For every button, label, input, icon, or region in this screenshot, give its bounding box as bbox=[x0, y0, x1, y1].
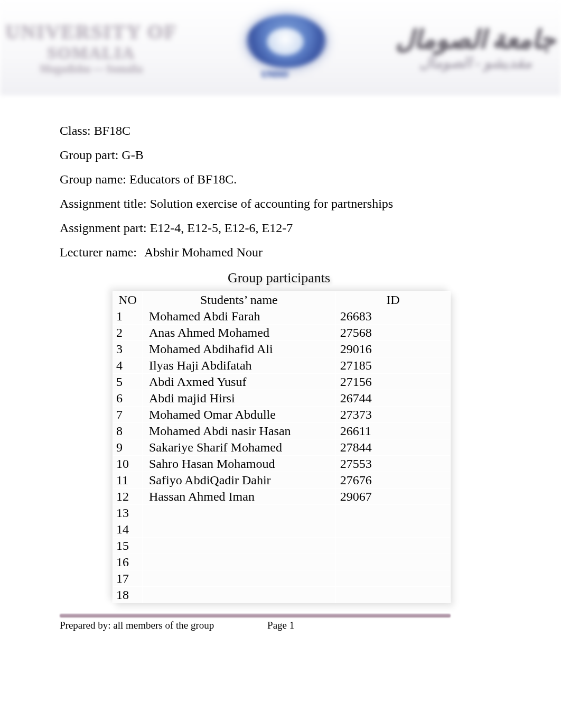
cell-no: 15 bbox=[113, 538, 143, 554]
cell-student-id bbox=[335, 538, 450, 554]
assignment-part-line: Assignment part: E12-4, E12-5, E12-6, E1… bbox=[60, 222, 503, 234]
cell-student-id bbox=[335, 570, 450, 587]
cell-student-id: 29016 bbox=[335, 341, 450, 357]
table-row: 16 bbox=[113, 554, 451, 570]
logo-center-icon bbox=[267, 28, 304, 56]
cell-student-name bbox=[142, 587, 335, 603]
cell-student-name: Hassan Ahmed Iman bbox=[142, 489, 335, 505]
table-row: 17 bbox=[113, 570, 451, 587]
table-row: 15 bbox=[113, 538, 451, 554]
cell-no: 6 bbox=[113, 390, 143, 407]
cell-student-name bbox=[142, 570, 335, 587]
assignment-title-label: Assignment title: bbox=[60, 197, 150, 210]
cell-student-name: Safiyo AbdiQadir Dahir bbox=[142, 472, 335, 489]
table-row: 3Mohamed Abdihafid Ali29016 bbox=[113, 341, 451, 357]
cell-no: 4 bbox=[113, 357, 143, 374]
table-row: 13 bbox=[113, 505, 451, 521]
cell-student-name bbox=[142, 505, 335, 521]
header-en-line2: SOMALIA bbox=[47, 43, 135, 63]
group-name-line: Group name: Educators of BF18C. bbox=[60, 173, 503, 186]
cell-student-name: Mohamed Abdi nasir Hasan bbox=[142, 423, 335, 439]
cell-student-name: Mohamed Abdi Farah bbox=[142, 308, 335, 325]
university-name-ar: جامعة الصومال مقديشو - الصومال bbox=[396, 24, 556, 71]
university-logo: UNISO bbox=[240, 12, 333, 84]
table-row: 10Sahro Hasan Mohamoud27553 bbox=[113, 456, 451, 472]
class-label: Class: bbox=[60, 124, 94, 137]
logo-tag: UNISO bbox=[261, 70, 288, 79]
group-name-label: Group name: bbox=[60, 172, 129, 186]
cell-no: 12 bbox=[113, 489, 143, 505]
cell-student-id bbox=[335, 587, 450, 603]
cell-no: 18 bbox=[113, 587, 143, 603]
table-row: 14 bbox=[113, 521, 451, 538]
page-label: Page bbox=[267, 620, 289, 631]
group-name-value: Educators of BF18C. bbox=[129, 172, 237, 186]
table-row: 8Mohamed Abdi nasir Hasan26611 bbox=[113, 423, 451, 439]
cell-student-id: 27373 bbox=[335, 407, 450, 423]
table-row: 9Sakariye Sharif Mohamed27844 bbox=[113, 439, 451, 456]
cell-student-id bbox=[335, 505, 450, 521]
cell-student-name: Anas Ahmed Mohamed bbox=[142, 325, 335, 341]
cell-student-name: Abdi Axmed Yusuf bbox=[142, 374, 335, 390]
cell-no: 8 bbox=[113, 423, 143, 439]
cell-student-name: Sakariye Sharif Mohamed bbox=[142, 439, 335, 456]
cell-student-name: Ilyas Haji Abdifatah bbox=[142, 357, 335, 374]
table-header-row: NO Students’ name ID bbox=[113, 292, 451, 308]
cell-no: 9 bbox=[113, 439, 143, 456]
cell-student-name: Mohamed Abdihafid Ali bbox=[142, 341, 335, 357]
cell-student-name: Abdi majid Hirsi bbox=[142, 390, 335, 407]
header-en-line3: Mogadishu — Somalia bbox=[40, 63, 143, 75]
cell-no: 13 bbox=[113, 505, 143, 521]
prepared-by-value: all members of the group bbox=[113, 620, 214, 631]
table-row: 18 bbox=[113, 587, 451, 603]
assignment-title-line: Assignment title: Solution exercise of a… bbox=[60, 197, 503, 210]
section-title-group-participants: Group participants bbox=[228, 270, 330, 286]
lecturer-line: Lecturer name: Abshir Mohamed Nour bbox=[60, 246, 503, 259]
cell-no: 3 bbox=[113, 341, 143, 357]
class-value: BF18C bbox=[94, 124, 130, 137]
cell-student-id: 26744 bbox=[335, 390, 450, 407]
cell-student-id: 29067 bbox=[335, 489, 450, 505]
footer-separator bbox=[60, 614, 451, 618]
cell-no: 14 bbox=[113, 521, 143, 538]
page-number: 1 bbox=[289, 620, 295, 631]
cell-no: 1 bbox=[113, 308, 143, 325]
col-header-name: Students’ name bbox=[142, 292, 335, 308]
group-part-value: G-B bbox=[121, 148, 143, 162]
table-row: 7Mohamed Omar Abdulle27373 bbox=[113, 407, 451, 423]
cell-student-id: 27156 bbox=[335, 374, 450, 390]
header-ar-line2: مقديشو - الصومال bbox=[419, 54, 532, 71]
cell-student-name bbox=[142, 521, 335, 538]
col-header-no: NO bbox=[113, 292, 143, 308]
assignment-part-value: E12-4, E12-5, E12-6, E12-7 bbox=[150, 221, 293, 235]
table-row: 11Safiyo AbdiQadir Dahir27676 bbox=[113, 472, 451, 489]
header-en-line1: UNIVERSITY OF bbox=[5, 20, 177, 43]
cell-student-id: 27844 bbox=[335, 439, 450, 456]
prepared-by-label: Prepared by: bbox=[60, 620, 113, 631]
lecturer-label: Lecturer name: bbox=[60, 245, 137, 259]
assignment-part-label: Assignment part: bbox=[60, 221, 150, 235]
table-row: 4Ilyas Haji Abdifatah27185 bbox=[113, 357, 451, 374]
university-name-en: UNIVERSITY OF SOMALIA Mogadishu — Somali… bbox=[5, 20, 177, 75]
cell-student-name bbox=[142, 554, 335, 570]
col-header-id: ID bbox=[335, 292, 450, 308]
cell-student-id: 27553 bbox=[335, 456, 450, 472]
cell-no: 5 bbox=[113, 374, 143, 390]
table-row: 5Abdi Axmed Yusuf27156 bbox=[113, 374, 451, 390]
participants-table-wrap: NO Students’ name ID 1Mohamed Abdi Farah… bbox=[113, 291, 451, 603]
cell-student-id bbox=[335, 521, 450, 538]
class-line: Class: BF18C bbox=[60, 124, 503, 137]
table-row: 1Mohamed Abdi Farah26683 bbox=[113, 308, 451, 325]
cell-no: 2 bbox=[113, 325, 143, 341]
cell-student-name bbox=[142, 538, 335, 554]
table-row: 2Anas Ahmed Mohamed27568 bbox=[113, 325, 451, 341]
assignment-title-value: Solution exercise of accounting for part… bbox=[150, 197, 394, 210]
lecturer-value: Abshir Mohamed Nour bbox=[144, 245, 263, 259]
cell-student-id bbox=[335, 554, 450, 570]
group-part-line: Group part: G-B bbox=[60, 149, 503, 161]
cell-student-id: 27568 bbox=[335, 325, 450, 341]
cell-student-id: 26683 bbox=[335, 308, 450, 325]
header-ar-line1: جامعة الصومال bbox=[396, 24, 556, 54]
cell-no: 11 bbox=[113, 472, 143, 489]
cell-no: 7 bbox=[113, 407, 143, 423]
